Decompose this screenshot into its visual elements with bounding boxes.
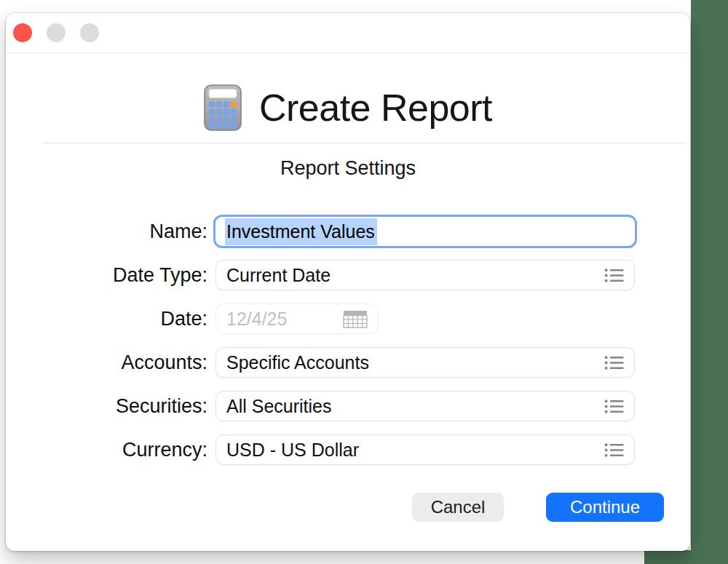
section-title: Report Settings <box>6 157 690 180</box>
cancel-button[interactable]: Cancel <box>412 493 504 522</box>
form-row-securities: Securities: All Securities <box>6 391 690 421</box>
form-row-name: Name: Investment Values <box>6 215 690 248</box>
form-row-date-type: Date Type: Current Date <box>6 260 690 290</box>
zoom-button[interactable] <box>80 23 99 42</box>
form-row-accounts: Accounts: Specific Accounts <box>6 347 690 378</box>
selected-text: Investment Values <box>225 218 377 245</box>
currency-popup[interactable]: USD - US Dollar <box>215 434 635 465</box>
securities-popup[interactable]: All Securities <box>215 391 635 421</box>
date-input[interactable]: 12/4/25 <box>215 303 379 334</box>
name-input[interactable]: Investment Values <box>213 215 637 248</box>
calculator-icon <box>204 84 242 131</box>
header-divider <box>42 143 686 143</box>
securities-value: All Securities <box>226 396 604 417</box>
minimize-button[interactable] <box>47 23 66 42</box>
name-label: Name: <box>6 215 207 248</box>
desktop-background-bottom-right <box>644 550 728 564</box>
close-button[interactable] <box>13 23 32 42</box>
securities-label: Securities: <box>6 391 207 421</box>
form-row-currency: Currency: USD - US Dollar <box>6 434 690 465</box>
currency-value: USD - US Dollar <box>226 440 604 461</box>
date-type-label: Date Type: <box>6 260 207 290</box>
date-label: Date: <box>6 303 207 334</box>
list-bullet-icon <box>604 399 624 414</box>
date-value: 12/4/25 <box>226 309 343 330</box>
dialog-header: Create Report <box>6 83 690 132</box>
accounts-label: Accounts: <box>6 347 207 378</box>
date-type-popup[interactable]: Current Date <box>215 260 635 290</box>
window-titlebar[interactable] <box>6 13 690 53</box>
currency-label: Currency: <box>6 434 207 465</box>
date-type-value: Current Date <box>226 265 604 286</box>
list-bullet-icon <box>604 442 624 458</box>
list-bullet-icon <box>604 268 624 283</box>
continue-button[interactable]: Continue <box>546 493 664 522</box>
form-row-date: Date: 12/4/25 <box>6 303 690 334</box>
list-bullet-icon <box>604 355 624 370</box>
name-input-text: Investment Values <box>225 221 377 242</box>
dialog-title: Create Report <box>259 86 492 130</box>
calendar-icon <box>343 310 368 328</box>
desktop-background-right <box>691 0 728 564</box>
accounts-value: Specific Accounts <box>226 352 604 373</box>
accounts-popup[interactable]: Specific Accounts <box>215 347 635 378</box>
create-report-dialog: Create Report Report Settings Name: Inve… <box>6 13 690 551</box>
